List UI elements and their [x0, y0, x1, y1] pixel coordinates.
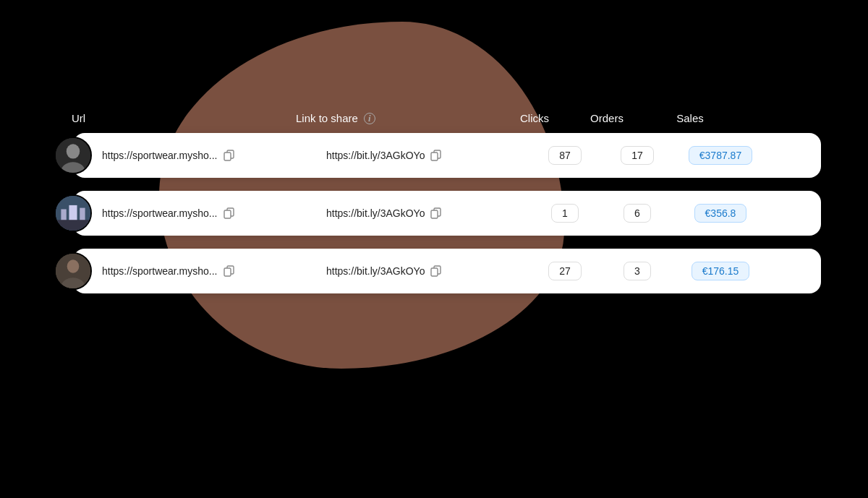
svg-rect-8 — [61, 209, 66, 221]
cell-sales: €356.8 — [673, 204, 767, 223]
avatar — [54, 137, 92, 174]
avatar — [54, 252, 92, 290]
orders-header-label: Orders — [590, 112, 624, 124]
header-clicks: Clicks — [498, 112, 571, 124]
link-text: https://bit.ly/3AGkOYo — [326, 265, 425, 277]
orders-value: 6 — [624, 204, 651, 223]
cell-url: https://sportwear.mysho... — [102, 150, 326, 161]
header-url: Url — [72, 112, 296, 124]
svg-rect-6 — [431, 153, 438, 160]
cell-orders: 3 — [601, 262, 673, 280]
svg-point-1 — [67, 144, 80, 158]
cell-orders: 6 — [601, 204, 673, 223]
copy-url-button[interactable] — [224, 207, 235, 219]
url-header-label: Url — [72, 112, 85, 124]
clicks-header-label: Clicks — [520, 112, 549, 124]
avatar — [54, 194, 92, 232]
sales-value: €3787.87 — [689, 146, 752, 165]
table-row: https://sportwear.mysho... https://bit.l… — [54, 191, 821, 236]
cell-link: https://bit.ly/3AGkOYo — [326, 207, 529, 219]
copy-url-button[interactable] — [224, 265, 235, 277]
table-container: Url Link to share i Clicks Orders Sales … — [54, 112, 821, 306]
cell-orders: 17 — [601, 146, 673, 165]
link-header-label: Link to share — [296, 112, 358, 124]
copy-link-button[interactable] — [430, 150, 442, 161]
header-orders: Orders — [571, 112, 643, 124]
sales-value: €176.15 — [692, 262, 750, 280]
svg-rect-10 — [80, 208, 85, 221]
cell-url: https://sportwear.mysho... — [102, 265, 326, 277]
header-link: Link to share i — [296, 112, 498, 124]
clicks-value: 87 — [548, 146, 582, 165]
svg-rect-22 — [431, 268, 438, 276]
orders-value: 3 — [624, 262, 651, 280]
orders-value: 17 — [621, 146, 654, 165]
svg-rect-4 — [224, 153, 231, 160]
cell-link: https://bit.ly/3AGkOYo — [326, 265, 529, 277]
copy-url-button[interactable] — [224, 150, 235, 161]
cell-url: https://sportwear.mysho... — [102, 207, 326, 219]
cell-sales: €176.15 — [673, 262, 767, 280]
header-sales: Sales — [643, 112, 737, 124]
url-text: https://sportwear.mysho... — [102, 150, 218, 161]
info-icon[interactable]: i — [364, 113, 375, 124]
row-card: https://sportwear.mysho... https://bit.l… — [73, 249, 821, 293]
link-text: https://bit.ly/3AGkOYo — [326, 207, 425, 219]
url-text: https://sportwear.mysho... — [102, 207, 218, 219]
svg-point-17 — [67, 259, 80, 272]
sales-value: €356.8 — [694, 204, 747, 223]
cell-link: https://bit.ly/3AGkOYo — [326, 150, 529, 161]
svg-rect-20 — [224, 268, 231, 276]
cell-clicks: 27 — [529, 262, 601, 280]
cell-clicks: 1 — [529, 204, 601, 223]
svg-rect-9 — [69, 205, 77, 221]
copy-link-button[interactable] — [430, 265, 442, 277]
clicks-value: 27 — [548, 262, 582, 280]
cell-clicks: 87 — [529, 146, 601, 165]
row-card: https://sportwear.mysho... https://bit.l… — [73, 133, 821, 178]
link-text: https://bit.ly/3AGkOYo — [326, 150, 425, 161]
cell-sales: €3787.87 — [673, 146, 767, 165]
sales-header-label: Sales — [676, 112, 704, 124]
row-card: https://sportwear.mysho... https://bit.l… — [73, 191, 821, 236]
copy-link-button[interactable] — [430, 207, 442, 219]
table-row: https://sportwear.mysho... https://bit.l… — [54, 249, 821, 293]
svg-rect-15 — [431, 210, 438, 218]
table-header: Url Link to share i Clicks Orders Sales — [54, 112, 821, 133]
url-text: https://sportwear.mysho... — [102, 265, 218, 277]
svg-rect-13 — [224, 210, 231, 218]
clicks-value: 1 — [551, 204, 579, 223]
table-row: https://sportwear.mysho... https://bit.l… — [54, 133, 821, 178]
